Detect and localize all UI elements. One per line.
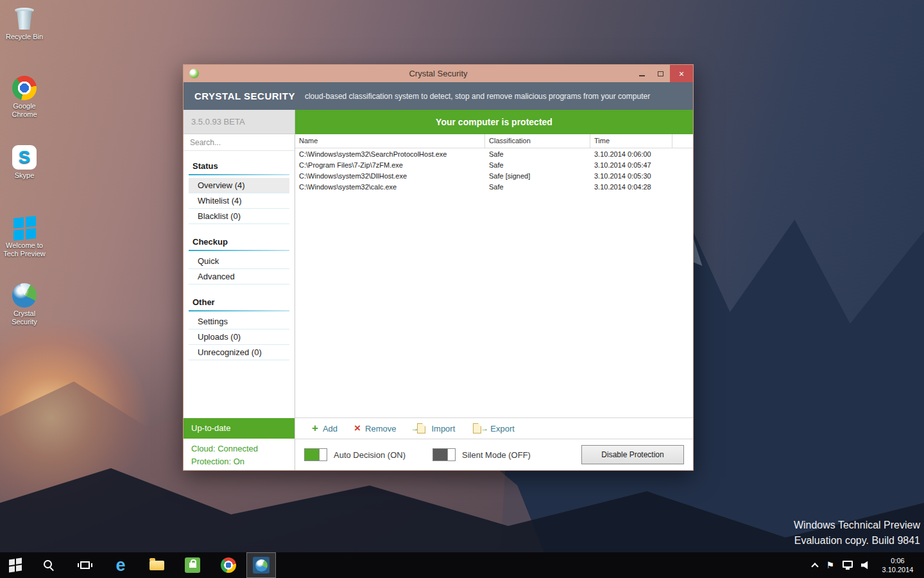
table-row[interactable]: C:\Windows\system32\DllHost.exe Safe [si… bbox=[295, 170, 693, 181]
sidebar-item-advanced[interactable]: Advanced bbox=[189, 269, 289, 285]
task-view-icon bbox=[80, 561, 90, 569]
desktop-icon-skype[interactable]: S Skype bbox=[0, 145, 49, 180]
time-cell: 3.10.2014 0:05:30 bbox=[590, 172, 672, 180]
window-title: Crystal Security bbox=[184, 65, 693, 82]
update-status-bar: Up-to-date bbox=[184, 418, 295, 439]
classification-cell: Safe bbox=[485, 161, 590, 169]
search-input[interactable] bbox=[184, 138, 295, 147]
sidebar-item-overview[interactable]: Overview (4) bbox=[189, 178, 289, 193]
taskbar-store[interactable] bbox=[175, 552, 210, 578]
sidebar-item-uploads[interactable]: Uploads (0) bbox=[189, 329, 289, 345]
watermark-line2: Evaluation copy. Build 9841 bbox=[794, 533, 920, 548]
taskbar-crystal-security-active[interactable] bbox=[246, 552, 276, 578]
taskbar-chrome[interactable] bbox=[210, 552, 246, 578]
classification-cell: Safe bbox=[485, 183, 590, 191]
app-header: CRYSTAL SECURITY cloud-based classificat… bbox=[184, 82, 693, 110]
start-button[interactable] bbox=[0, 552, 31, 578]
sidebar-item-settings[interactable]: Settings bbox=[189, 314, 289, 329]
taskbar-file-explorer[interactable] bbox=[139, 552, 175, 578]
classification-cell: Safe [signed] bbox=[485, 172, 590, 180]
column-header-classification[interactable]: Classification bbox=[485, 134, 590, 148]
desktop-icon-label: Welcome to Tech Preview bbox=[3, 241, 45, 258]
sidebar-item-unrecognized[interactable]: Unrecognized (0) bbox=[189, 345, 289, 360]
desktop-icon-label: Recycle Bin bbox=[6, 33, 43, 40]
sidebar-item-blacklist[interactable]: Blacklist (0) bbox=[189, 209, 289, 224]
table-row[interactable]: C:\Program Files\7-Zip\7zFM.exe Safe 3.1… bbox=[295, 159, 693, 170]
section-heading-status: Status bbox=[184, 156, 295, 174]
taskbar: e ⚑ 0:06 3.10.2014 bbox=[0, 552, 924, 578]
file-path-cell: C:\Program Files\7-Zip\7zFM.exe bbox=[295, 161, 485, 169]
sidebar: 3.5.0.93 BETA Status Overview (4) Whitel… bbox=[184, 110, 295, 470]
tray-expand-icon[interactable] bbox=[812, 563, 819, 570]
desktop-icon-crystal-security[interactable]: Crystal Security bbox=[0, 283, 49, 326]
desktop-icon-recycle-bin[interactable]: Recycle Bin bbox=[0, 5, 49, 41]
import-button[interactable]: → Import bbox=[413, 423, 455, 434]
table-header: Name Classification Time bbox=[295, 134, 693, 148]
time-cell: 3.10.2014 0:06:00 bbox=[590, 150, 672, 158]
sidebar-item-quick[interactable]: Quick bbox=[189, 254, 289, 269]
time-cell: 3.10.2014 0:05:47 bbox=[590, 161, 672, 169]
desktop-icon-label: Crystal Security bbox=[12, 310, 37, 326]
list-toolbar: + Add × Remove → Import bbox=[295, 417, 693, 439]
close-icon: × bbox=[679, 69, 684, 79]
crystal-security-icon bbox=[253, 557, 270, 574]
taskbar-clock[interactable]: 0:06 3.10.2014 bbox=[879, 556, 916, 574]
silent-mode-toggle[interactable] bbox=[432, 448, 456, 461]
system-tray: ⚑ 0:06 3.10.2014 bbox=[812, 556, 924, 574]
clock-date: 3.10.2014 bbox=[879, 565, 916, 574]
desktop-wallpaper: Recycle Bin Google Chrome S Skype Welcom… bbox=[0, 0, 924, 578]
action-center-icon[interactable]: ⚑ bbox=[826, 561, 834, 570]
export-button[interactable]: → Export bbox=[472, 423, 515, 434]
evaluation-watermark: Windows Technical Preview Evaluation cop… bbox=[794, 518, 920, 548]
minimize-icon bbox=[639, 75, 645, 76]
desktop-icon-label: Google Chrome bbox=[12, 102, 37, 118]
window-titlebar[interactable]: Crystal Security × bbox=[184, 65, 693, 82]
auto-decision-toggle[interactable] bbox=[304, 448, 327, 461]
desktop-icon-label: Skype bbox=[15, 171, 35, 179]
version-label: 3.5.0.93 BETA bbox=[184, 110, 295, 134]
silent-mode-label: Silent Mode (OFF) bbox=[462, 450, 531, 460]
close-button[interactable]: × bbox=[670, 65, 693, 82]
clock-time: 0:06 bbox=[879, 556, 916, 565]
taskbar-internet-explorer[interactable]: e bbox=[103, 552, 139, 578]
minimize-button[interactable] bbox=[633, 65, 651, 82]
section-divider bbox=[189, 174, 289, 175]
volume-icon[interactable] bbox=[861, 561, 871, 570]
import-icon: → bbox=[413, 423, 427, 434]
classification-cell: Safe bbox=[485, 150, 590, 158]
time-cell: 3.10.2014 0:04:28 bbox=[590, 183, 672, 191]
search-box bbox=[184, 134, 295, 151]
search-icon bbox=[44, 560, 54, 570]
watermark-line1: Windows Technical Preview bbox=[794, 518, 920, 533]
add-icon: + bbox=[312, 424, 318, 433]
table-row[interactable]: C:\Windows\system32\SearchProtocolHost.e… bbox=[295, 148, 693, 159]
chrome-icon bbox=[221, 557, 236, 573]
column-header-name[interactable]: Name bbox=[295, 134, 485, 148]
column-header-time[interactable]: Time bbox=[590, 134, 672, 148]
network-icon[interactable] bbox=[843, 561, 853, 568]
maximize-button[interactable] bbox=[651, 65, 670, 82]
disable-protection-button[interactable]: Disable Protection bbox=[581, 445, 684, 464]
protection-banner: Your computer is protected bbox=[295, 110, 693, 134]
recycle-bin-icon bbox=[13, 5, 35, 31]
store-icon bbox=[185, 557, 200, 573]
desktop-icon-google-chrome[interactable]: Google Chrome bbox=[0, 76, 49, 119]
section-divider bbox=[189, 310, 289, 311]
chrome-icon bbox=[12, 76, 37, 100]
column-header-extra bbox=[672, 134, 693, 148]
sidebar-item-whitelist[interactable]: Whitelist (4) bbox=[189, 193, 289, 209]
table-row[interactable]: C:\Windows\system32\calc.exe Safe 3.10.2… bbox=[295, 181, 693, 192]
file-path-cell: C:\Windows\system32\SearchProtocolHost.e… bbox=[295, 150, 485, 158]
cloud-status: Cloud: Connected bbox=[191, 442, 287, 455]
taskbar-search-button[interactable] bbox=[31, 552, 67, 578]
auto-decision-label: Auto Decision (ON) bbox=[334, 450, 406, 460]
desktop-icon-welcome-tech-preview[interactable]: Welcome to Tech Preview bbox=[0, 217, 49, 258]
main-pane: Your computer is protected Name Classifi… bbox=[295, 110, 693, 470]
options-footer: Auto Decision (ON) Silent Mode (OFF) Dis… bbox=[295, 439, 693, 470]
add-button[interactable]: + Add bbox=[312, 424, 338, 434]
task-view-button[interactable] bbox=[67, 552, 103, 578]
sidebar-nav: Status Overview (4) Whitelist (4) Blackl… bbox=[184, 151, 295, 418]
section-heading-other: Other bbox=[184, 292, 295, 310]
remove-button[interactable]: × Remove bbox=[354, 424, 396, 434]
connection-status: Cloud: Connected Protection: On bbox=[184, 439, 295, 470]
